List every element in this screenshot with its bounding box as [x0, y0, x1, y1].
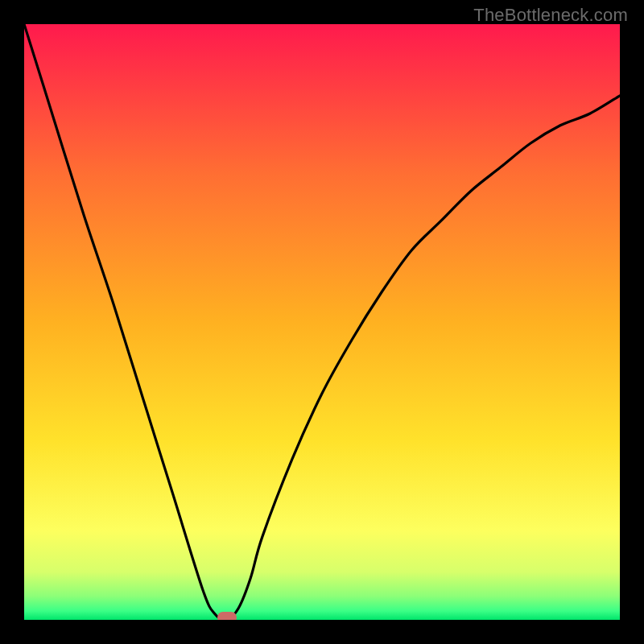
- minimum-marker-icon: [217, 612, 237, 620]
- bottleneck-curve: [24, 24, 620, 620]
- plot-area: [24, 24, 620, 620]
- chart-frame: TheBottleneck.com: [0, 0, 644, 644]
- watermark-label: TheBottleneck.com: [473, 5, 628, 26]
